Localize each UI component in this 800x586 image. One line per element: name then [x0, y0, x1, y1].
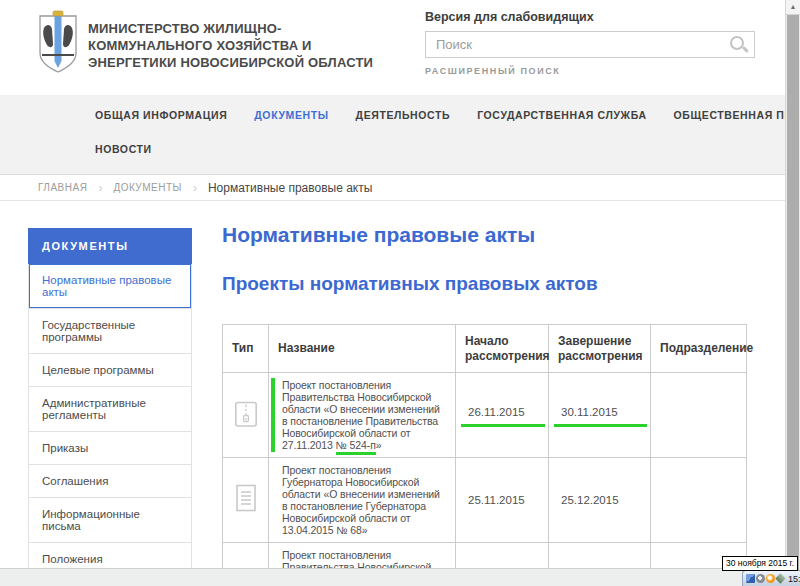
division-cell [651, 373, 747, 458]
sidebar-item-orders[interactable]: Приказы [29, 431, 191, 464]
sidebar-list: Нормативные правовые акты Государственны… [28, 264, 192, 568]
breadcrumb: ГЛАВНАЯ › ДОКУМЕНТЫ › Нормативные правов… [0, 175, 786, 201]
coat-of-arms-logo[interactable] [38, 9, 78, 75]
tray-clock-icon[interactable] [756, 574, 765, 583]
start-date-cell: 25.11.2015 [456, 458, 549, 543]
nav-item-public-reception[interactable]: ОБЩЕСТВЕННАЯ ПРИЕМНАЯ [674, 109, 800, 121]
tray-volume-icon[interactable] [775, 573, 785, 583]
sidebar-item-target-programs[interactable]: Целевые программы [29, 353, 191, 386]
breadcrumb-current: Нормативные правовые акты [208, 181, 372, 195]
documents-table: Тип Название Начало рассмотрения Заверше… [222, 324, 747, 568]
end-date-cell: 25.12.2015 [549, 458, 651, 543]
coat-of-arms-icon [38, 9, 78, 75]
doc-name-text: Проект постановления Правительства Новос… [282, 549, 440, 568]
start-date-cell: 26.11.2015 [456, 373, 549, 458]
page-content: ДОКУМЕНТЫ Нормативные правовые акты Госу… [0, 201, 786, 568]
nav-item-general-info[interactable]: ОБЩАЯ ИНФОРМАЦИЯ [95, 109, 227, 121]
nav-item-documents[interactable]: ДОКУМЕНТЫ [254, 109, 328, 121]
end-date-cell: 25.12.2015 [549, 543, 651, 569]
sidebar-item-agreements[interactable]: Соглашения [29, 464, 191, 497]
taskbar-corner: 15:04 [742, 570, 800, 586]
site-header: МИНИСТЕРСТВО ЖИЛИЩНО-КОММУНАЛЬНОГО ХОЗЯЙ… [0, 0, 786, 95]
table-row: Проект постановления Правительства Новос… [223, 543, 747, 569]
sidebar-item-info-letters[interactable]: Информационные письма [29, 497, 191, 542]
tray-antivirus-icon[interactable] [766, 574, 775, 583]
breadcrumb-documents[interactable]: ДОКУМЕНТЫ [113, 182, 182, 193]
doc-name-cell[interactable]: Проект постановления Правительства Новос… [269, 543, 456, 569]
col-header-division: Подразделение [651, 325, 747, 373]
tray-network-icon[interactable] [746, 574, 755, 583]
start-date-cell: 25.11.2015 [456, 543, 549, 569]
sidebar-item-state-programs[interactable]: Государственные программы [29, 308, 191, 353]
annotation-green-bar [271, 378, 275, 452]
col-header-type: Тип [223, 325, 269, 373]
breadcrumb-separator-icon: › [193, 181, 197, 195]
nav-row-1: ОБЩАЯ ИНФОРМАЦИЯ ДОКУМЕНТЫ ДЕЯТЕЛЬНОСТЬ … [95, 109, 800, 121]
search-input[interactable] [425, 31, 755, 58]
site-title: МИНИСТЕРСТВО ЖИЛИЩНО-КОММУНАЛЬНОГО ХОЗЯЙ… [88, 20, 388, 71]
magnifier-handle [742, 46, 749, 53]
breadcrumb-home[interactable]: ГЛАВНАЯ [38, 182, 87, 193]
scrollbar-up-arrow-icon[interactable]: ▲ [786, 0, 800, 15]
doc-type-cell [223, 543, 269, 569]
col-header-start: Начало рассмотрения [456, 325, 549, 373]
breadcrumb-separator-icon: › [98, 181, 102, 195]
search-box [425, 31, 755, 58]
end-date-cell: 30.11.2015 [549, 373, 651, 458]
main-column: Нормативные правовые акты Проекты нормат… [222, 223, 746, 568]
nav-row-2: НОВОСТИ [95, 143, 152, 155]
footer-strip [0, 568, 786, 586]
doc-name-annotated-text: № 524-п [336, 439, 376, 455]
zip-file-icon[interactable] [234, 398, 258, 428]
search-icon[interactable] [730, 36, 748, 54]
col-header-end: Завершение рассмотрения [549, 325, 651, 373]
taskbar-clock[interactable]: 15:04 [788, 574, 800, 584]
document-icon[interactable] [235, 484, 257, 512]
header-right: Версия для слабовидящих РАСШИРЕННЫЙ ПОИС… [425, 10, 755, 76]
sidebar-item-admin-regulations[interactable]: Административные регламенты [29, 386, 191, 431]
nav-item-civil-service[interactable]: ГОСУДАРСТВЕННАЯ СЛУЖБА [477, 109, 646, 121]
nav-item-news[interactable]: НОВОСТИ [95, 143, 152, 155]
nav-item-activity[interactable]: ДЕЯТЕЛЬНОСТЬ [356, 109, 451, 121]
table-row: Проект постановления Губернатора Новосиб… [223, 458, 747, 543]
table-header-row: Тип Название Начало рассмотрения Заверше… [223, 325, 747, 373]
doc-type-cell [223, 373, 269, 458]
col-header-name: Название [269, 325, 456, 373]
table-row: Проект постановления Правительства Новос… [223, 373, 747, 458]
sidebar-documents-menu: ДОКУМЕНТЫ Нормативные правовые акты Госу… [28, 228, 192, 568]
sidebar-title: ДОКУМЕНТЫ [28, 228, 192, 264]
page-title: Нормативные правовые акты [222, 223, 746, 247]
scrollbar-thumb[interactable] [787, 15, 799, 586]
sidebar-item-normative-acts[interactable]: Нормативные правовые акты [29, 264, 191, 308]
sidebar-item-regulations[interactable]: Положения [29, 542, 191, 568]
doc-name-cell[interactable]: Проект постановления Губернатора Новосиб… [269, 458, 456, 543]
division-cell [651, 458, 747, 543]
doc-name-text: Проект постановления Губернатора Новосиб… [282, 464, 440, 536]
browser-scrollbar: ▲ [785, 0, 800, 586]
taskbar-date-tooltip: 30 ноября 2015 г. [722, 556, 798, 571]
accessibility-version-link[interactable]: Версия для слабовидящих [425, 10, 755, 24]
start-date-annotated: 26.11.2015 [461, 404, 545, 427]
advanced-search-link[interactable]: РАСШИРЕННЫЙ ПОИСК [425, 66, 755, 76]
doc-name-text: » [376, 439, 382, 451]
end-date-annotated: 30.11.2015 [554, 404, 647, 427]
doc-name-cell[interactable]: Проект постановления Правительства Новос… [269, 373, 456, 458]
doc-type-cell [223, 458, 269, 543]
main-navigation: ОБЩАЯ ИНФОРМАЦИЯ ДОКУМЕНТЫ ДЕЯТЕЛЬНОСТЬ … [0, 95, 786, 175]
section-title-drafts: Проекты нормативных правовых актов [222, 273, 746, 295]
